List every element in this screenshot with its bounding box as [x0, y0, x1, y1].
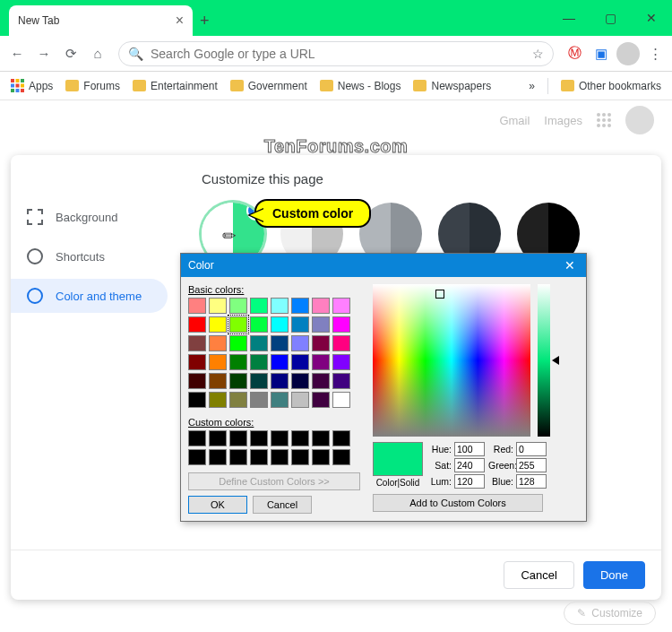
basic-color-swatch[interactable]	[312, 316, 330, 333]
custom-color-slot[interactable]	[332, 430, 350, 446]
green-input[interactable]	[516, 458, 547, 472]
basic-color-swatch[interactable]	[291, 316, 309, 333]
account-avatar[interactable]	[625, 106, 654, 134]
basic-color-swatch[interactable]	[250, 354, 268, 370]
profile-avatar[interactable]	[616, 42, 640, 65]
custom-color-slot[interactable]	[209, 430, 227, 446]
basic-color-swatch[interactable]	[312, 298, 330, 314]
basic-color-swatch[interactable]	[271, 392, 289, 408]
basic-color-swatch[interactable]	[312, 335, 330, 351]
close-tab-icon[interactable]: ×	[176, 13, 184, 29]
custom-color-slot[interactable]	[312, 430, 330, 446]
custom-color-slot[interactable]	[188, 430, 206, 446]
basic-color-swatch[interactable]	[312, 373, 330, 389]
basic-color-swatch[interactable]	[332, 298, 350, 314]
back-icon[interactable]: ←	[5, 42, 29, 65]
basic-color-swatch[interactable]	[188, 373, 206, 389]
luminance-pointer-icon[interactable]	[547, 356, 559, 365]
basic-color-swatch[interactable]	[332, 392, 350, 408]
basic-color-swatch[interactable]	[291, 373, 309, 389]
basic-color-swatch[interactable]	[332, 316, 350, 333]
forward-icon[interactable]: →	[32, 42, 56, 65]
basic-color-swatch[interactable]	[209, 335, 227, 351]
basic-color-swatch[interactable]	[312, 392, 330, 408]
bookmark-item[interactable]: Forums	[65, 80, 120, 92]
color-gradient-picker[interactable]	[373, 284, 530, 437]
basic-color-swatch[interactable]	[271, 373, 289, 389]
bookmark-item[interactable]: News - Blogs	[320, 80, 401, 92]
basic-color-swatch[interactable]	[209, 316, 227, 333]
basic-color-swatch[interactable]	[229, 335, 247, 351]
address-bar[interactable]: 🔍 ☆	[118, 41, 554, 66]
bookmark-item[interactable]: Newspapers	[413, 80, 491, 92]
basic-color-swatch[interactable]	[188, 298, 206, 314]
basic-color-swatch[interactable]	[271, 316, 289, 333]
maximize-icon[interactable]: ▢	[590, 0, 631, 36]
custom-color-slot[interactable]	[332, 449, 350, 465]
basic-color-swatch[interactable]	[188, 335, 206, 351]
basic-color-swatch[interactable]	[209, 392, 227, 408]
home-icon[interactable]: ⌂	[86, 42, 109, 65]
basic-color-swatch[interactable]	[271, 298, 289, 314]
basic-color-swatch[interactable]	[312, 354, 330, 370]
close-color-dialog-icon[interactable]: ✕	[561, 258, 579, 273]
custom-color-slot[interactable]	[291, 449, 309, 465]
red-input[interactable]	[516, 442, 547, 456]
color-ok-button[interactable]: OK	[188, 496, 247, 514]
basic-color-swatch[interactable]	[250, 298, 268, 314]
custom-color-slot[interactable]	[250, 449, 268, 465]
customize-cancel-button[interactable]: Cancel	[504, 561, 573, 589]
basic-color-swatch[interactable]	[250, 335, 268, 351]
basic-color-swatch[interactable]	[188, 354, 206, 370]
sidebar-item-background[interactable]: Background	[11, 200, 177, 234]
lum-input[interactable]	[454, 474, 485, 489]
basic-color-swatch[interactable]	[209, 373, 227, 389]
customize-done-button[interactable]: Done	[583, 561, 645, 589]
custom-color-slot[interactable]	[271, 449, 289, 465]
basic-color-swatch[interactable]	[291, 335, 309, 351]
basic-color-swatch[interactable]	[332, 335, 350, 351]
reload-icon[interactable]: ⟳	[59, 42, 82, 65]
color-cancel-button[interactable]: Cancel	[253, 496, 312, 514]
close-window-icon[interactable]: ✕	[631, 0, 672, 36]
new-tab-button[interactable]: +	[200, 12, 210, 30]
custom-color-slot[interactable]	[209, 449, 227, 465]
basic-color-swatch[interactable]	[250, 316, 268, 333]
google-apps-icon[interactable]	[597, 113, 611, 127]
custom-color-slot[interactable]	[291, 430, 309, 446]
basic-color-swatch[interactable]	[229, 298, 247, 314]
basic-color-swatch[interactable]	[271, 335, 289, 351]
sidebar-item-shortcuts[interactable]: Shortcuts	[11, 239, 177, 273]
basic-color-swatch[interactable]	[291, 354, 309, 370]
basic-color-swatch[interactable]	[291, 392, 309, 408]
basic-color-swatch[interactable]	[229, 373, 247, 389]
sidebar-item-color-theme[interactable]: Color and theme	[11, 279, 168, 313]
bookmark-item[interactable]: Government	[230, 80, 307, 92]
bookmark-star-icon[interactable]: ☆	[532, 47, 544, 61]
basic-color-swatch[interactable]	[229, 354, 247, 370]
basic-color-swatch[interactable]	[271, 354, 289, 370]
hue-input[interactable]	[454, 442, 485, 456]
other-bookmarks[interactable]: Other bookmarks	[561, 80, 661, 92]
custom-color-slot[interactable]	[271, 430, 289, 446]
basic-color-swatch[interactable]	[250, 373, 268, 389]
gradient-crosshair[interactable]	[435, 290, 444, 299]
extension-icon-box[interactable]: ▣	[590, 42, 613, 65]
custom-color-slot[interactable]	[312, 449, 330, 465]
gmail-link[interactable]: Gmail	[499, 114, 530, 127]
basic-color-swatch[interactable]	[291, 298, 309, 314]
add-to-custom-colors-button[interactable]: Add to Custom Colors	[373, 494, 543, 512]
extension-icon-m[interactable]: Ⓜ	[563, 42, 586, 65]
basic-color-swatch[interactable]	[188, 392, 206, 408]
menu-icon[interactable]: ⋮	[643, 42, 667, 65]
omnibox-input[interactable]	[151, 47, 532, 61]
basic-color-swatch[interactable]	[332, 373, 350, 389]
color-dialog-titlebar[interactable]: Color ✕	[181, 254, 586, 277]
custom-color-slot[interactable]	[250, 430, 268, 446]
custom-color-slot[interactable]	[229, 430, 247, 446]
basic-color-swatch[interactable]	[188, 316, 206, 333]
bookmark-item[interactable]: Entertainment	[133, 80, 218, 92]
bookmarks-overflow[interactable]: »	[529, 80, 535, 92]
browser-tab[interactable]: New Tab ×	[9, 5, 193, 36]
basic-color-swatch[interactable]	[209, 354, 227, 370]
